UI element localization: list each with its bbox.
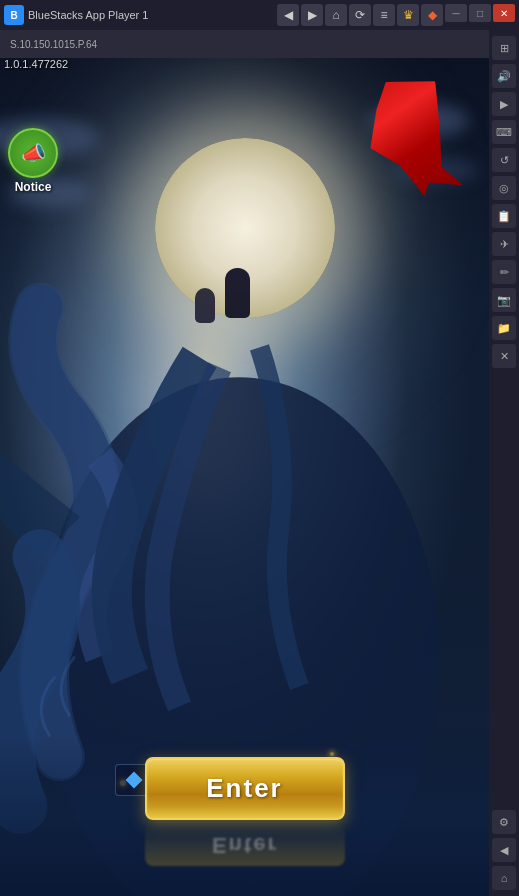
sidebar-volume-btn[interactable]: 🔊 <box>492 64 516 88</box>
restore-btn[interactable]: □ <box>469 4 491 22</box>
sidebar-airplane-btn[interactable]: ✈ <box>492 232 516 256</box>
sidebar-home-btn[interactable]: ⌂ <box>492 866 516 890</box>
diamond-icon <box>126 772 143 789</box>
notice-label: Notice <box>15 180 52 194</box>
enter-button-reflection: Enter <box>145 824 345 866</box>
extra-btn[interactable]: ◆ <box>421 4 443 26</box>
back-btn[interactable]: ◀ <box>277 4 299 26</box>
home-nav-btn[interactable]: ⌂ <box>325 4 347 26</box>
figure-small <box>195 288 215 323</box>
sidebar-keyboard-btn[interactable]: ⌨ <box>492 120 516 144</box>
sidebar-close-btn[interactable]: ✕ <box>492 344 516 368</box>
enter-button-container: Enter Enter <box>145 757 345 866</box>
sidebar-edit-btn[interactable]: ✏ <box>492 260 516 284</box>
sidebar-photo-btn[interactable]: 📷 <box>492 288 516 312</box>
right-sidebar: ⊞ 🔊 ▶ ⌨ ↺ ◎ 📋 ✈ ✏ 📷 📁 ✕ ⚙ ◀ ⌂ <box>489 30 519 896</box>
close-btn[interactable]: ✕ <box>493 4 515 22</box>
version-label: S.10.150.1015.P.64 <box>6 39 513 50</box>
nav-bar: S.10.150.1015.P.64 <box>0 30 519 58</box>
title-bar: B BlueStacks App Player 1 ◀ ▶ ⌂ ⟳ ≡ ♛ ◆ … <box>0 0 519 30</box>
sidebar-multiinstance-btn[interactable]: ⊞ <box>492 36 516 60</box>
app-icon: B <box>4 5 24 25</box>
sidebar-folder-btn[interactable]: 📁 <box>492 316 516 340</box>
app-title: BlueStacks App Player 1 <box>28 9 277 21</box>
game-area: 📣 Notice New S153 Select Server Enter En… <box>0 58 489 896</box>
notice-badge[interactable]: 📣 Notice <box>8 128 58 194</box>
notice-circle: 📣 <box>8 128 58 178</box>
menu-btn[interactable]: ≡ <box>373 4 395 26</box>
minimize-btn[interactable]: ─ <box>445 4 467 22</box>
figure-tall <box>225 268 250 318</box>
sparkle-3 <box>330 752 334 756</box>
sidebar-settings-btn[interactable]: ⚙ <box>492 810 516 834</box>
sidebar-rotate-btn[interactable]: ↺ <box>492 148 516 172</box>
enter-button[interactable]: Enter <box>145 757 345 820</box>
forward-btn[interactable]: ▶ <box>301 4 323 26</box>
crown-btn[interactable]: ♛ <box>397 4 419 26</box>
sidebar-camera-rotate-btn[interactable]: ◎ <box>492 176 516 200</box>
version-info: 1.0.1.477262 <box>4 58 68 70</box>
sidebar-screenshot-btn[interactable]: 📋 <box>492 204 516 228</box>
refresh-btn[interactable]: ⟳ <box>349 4 371 26</box>
sidebar-play-btn[interactable]: ▶ <box>492 92 516 116</box>
window-controls: ◀ ▶ ⌂ ⟳ ≡ ♛ ◆ ─ □ ✕ <box>277 4 515 26</box>
sidebar-back-btn[interactable]: ◀ <box>492 838 516 862</box>
notice-icon: 📣 <box>21 141 46 165</box>
